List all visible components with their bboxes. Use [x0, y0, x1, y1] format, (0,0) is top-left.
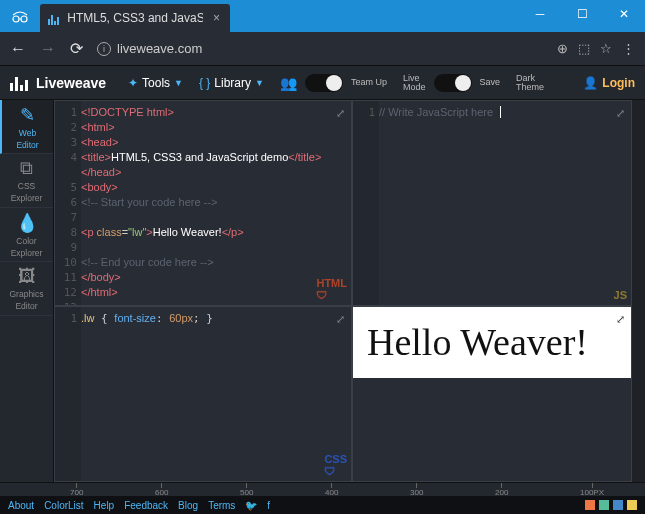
footer-feedback[interactable]: Feedback [124, 500, 168, 511]
url-field[interactable]: i liveweave.com [97, 41, 543, 56]
app-toolbar: Liveweave ✦ Tools ▼ { } Library ▼ 👥 Team… [0, 66, 645, 100]
line-gutter: 12345678910111213 [55, 101, 81, 305]
footer-blog[interactable]: Blog [178, 500, 198, 511]
footer-terms[interactable]: Terms [208, 500, 235, 511]
url-text: liveweave.com [117, 41, 202, 56]
login-button[interactable]: 👤 Login [583, 76, 635, 90]
browser-tab[interactable]: HTML5, CSS3 and JavaSc × [40, 4, 230, 32]
preview-pane[interactable]: Hello Weaver! ⤢ [352, 306, 632, 482]
favicon-liveweave-icon [48, 11, 61, 25]
tab-title: HTML5, CSS3 and JavaSc [67, 11, 203, 25]
sidebar: ✎ Web Editor ⧉ CSS Explorer 💧 Color Expl… [0, 100, 54, 482]
css-pane[interactable]: 1 .lw { font-size: 60px; } ⤢ CSS🛡 [54, 306, 352, 482]
sidebar-graphics-editor[interactable]: 🖼 Graphics Editor [0, 262, 53, 316]
drop-icon: 💧 [16, 212, 38, 234]
svg-point-1 [21, 16, 27, 22]
footer-help[interactable]: Help [94, 500, 115, 511]
js-pane[interactable]: 1 // Write JavaScript here ⤢ JS [352, 100, 632, 306]
footer: About ColorList Help Feedback Blog Terms… [0, 496, 645, 514]
twitter-icon[interactable]: 🐦 [245, 500, 257, 511]
footer-colorlist[interactable]: ColorList [44, 500, 83, 511]
js-code[interactable]: // Write JavaScript here [379, 101, 507, 305]
facebook-icon[interactable]: f [267, 500, 270, 511]
footer-swatches [585, 500, 637, 510]
livemode-toggle[interactable]: LiveMode Save [403, 74, 500, 92]
line-gutter: 1 [55, 307, 81, 481]
html-pane[interactable]: 12345678910111213 <!DOCTYPE html> <html>… [54, 100, 352, 306]
address-bar: ← → ⟳ i liveweave.com ⊕ ⬚ ☆ ⋮ [0, 32, 645, 66]
menu-icon[interactable]: ⋮ [622, 41, 635, 56]
library-icon: { } [199, 76, 210, 90]
css-icon: ⧉ [20, 158, 33, 179]
translate-icon[interactable]: ⬚ [578, 41, 590, 56]
library-menu[interactable]: { } Library ▼ [199, 76, 264, 90]
people-icon: 👥 [280, 75, 297, 91]
brand[interactable]: Liveweave [10, 75, 106, 91]
css3-badge-icon: CSS🛡 [324, 453, 347, 477]
image-icon: 🖼 [18, 266, 36, 287]
teamup-toggle[interactable]: 👥 Team Up [280, 74, 387, 92]
editor-panes: 12345678910111213 <!DOCTYPE html> <html>… [54, 100, 645, 482]
html-code[interactable]: <!DOCTYPE html> <html> <head> <title>HTM… [81, 101, 327, 305]
sidebar-color-explorer[interactable]: 💧 Color Explorer [0, 208, 53, 262]
footer-about[interactable]: About [8, 500, 34, 511]
expand-icon[interactable]: ⤢ [336, 107, 345, 120]
zoom-icon[interactable]: ⊕ [557, 41, 568, 56]
line-gutter: 1 [353, 101, 379, 305]
browser-titlebar: HTML5, CSS3 and JavaSc × ─ ☐ ✕ [0, 0, 645, 32]
main-area: ✎ Web Editor ⧉ CSS Explorer 💧 Color Expl… [0, 100, 645, 482]
star-icon[interactable]: ☆ [600, 41, 612, 56]
incognito-icon [0, 0, 40, 32]
maximize-button[interactable]: ☐ [561, 0, 603, 28]
back-icon[interactable]: ← [10, 40, 26, 58]
html5-badge-icon: HTML🛡 [316, 277, 347, 301]
preview-output: Hello Weaver! [353, 307, 631, 378]
forward-icon[interactable]: → [40, 40, 56, 58]
css-code[interactable]: .lw { font-size: 60px; } [81, 307, 219, 481]
site-info-icon[interactable]: i [97, 42, 111, 56]
tools-icon: ✦ [128, 76, 138, 90]
minimize-button[interactable]: ─ [519, 0, 561, 28]
close-button[interactable]: ✕ [603, 0, 645, 28]
brand-text: Liveweave [36, 75, 106, 91]
ruler: 700 600 500 400 300 200 100PX [0, 482, 645, 496]
brand-icon [10, 77, 28, 91]
theme-toggle[interactable]: DarkTheme [516, 74, 544, 92]
js-badge-icon: JS [614, 289, 627, 301]
close-icon[interactable]: × [213, 11, 220, 25]
user-icon: 👤 [583, 76, 598, 90]
tools-menu[interactable]: ✦ Tools ▼ [128, 76, 183, 90]
sidebar-web-editor[interactable]: ✎ Web Editor [0, 100, 53, 154]
expand-icon[interactable]: ⤢ [616, 313, 625, 326]
sidebar-css-explorer[interactable]: ⧉ CSS Explorer [0, 154, 53, 208]
chevron-down-icon: ▼ [255, 78, 264, 88]
expand-icon[interactable]: ⤢ [616, 107, 625, 120]
chevron-down-icon: ▼ [174, 78, 183, 88]
expand-icon[interactable]: ⤢ [336, 313, 345, 326]
pencil-icon: ✎ [20, 104, 35, 126]
svg-point-0 [13, 16, 19, 22]
window-controls: ─ ☐ ✕ [519, 0, 645, 28]
reload-icon[interactable]: ⟳ [70, 39, 83, 58]
